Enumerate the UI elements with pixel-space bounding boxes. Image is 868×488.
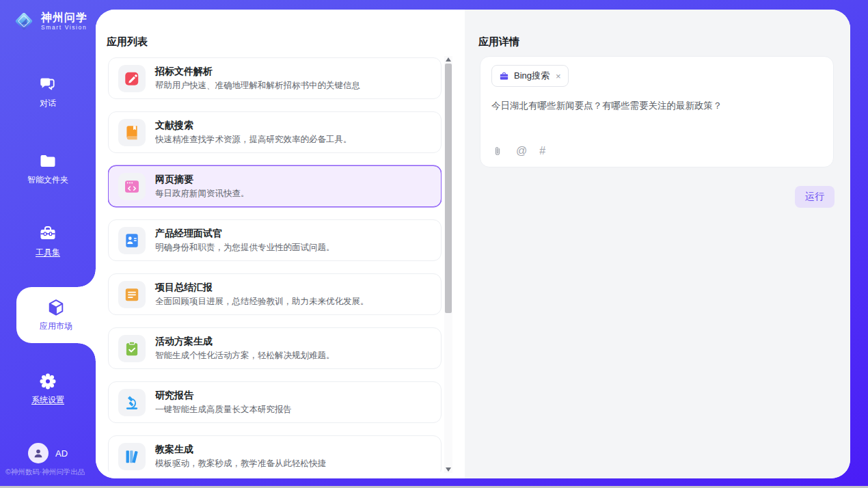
microscope-icon [123,394,141,411]
prompt-toolbar: @ # [491,145,545,157]
app-icon-tile [118,227,146,254]
app-card-desc: 快速精准查找学术资源，提高研究效率的必备工具。 [155,134,352,146]
cube-icon [46,298,66,317]
sidebar-nav: 对话 智能文件夹 工具集 应用市场 系统设置 [0,0,96,488]
at-icon[interactable]: @ [516,146,527,157]
scroll-down-arrow[interactable] [446,467,451,472]
person-icon [31,446,45,460]
app-card[interactable]: 教案生成 模板驱动，教案秒成，教学准备从此轻松快捷 [108,435,442,472]
clipboard-check-icon [123,340,141,357]
app-list-title: 应用列表 [107,36,148,49]
tool-chip-bing-search[interactable]: Bing搜索 × [491,65,569,87]
main-content: 应用列表 招标文件解析 帮助用户快速、准确地理解和解析招标书中的关键信息 文献搜… [96,10,850,478]
app-window: { "brand": { "name": "神州问学", "tagline": … [0,0,868,488]
app-icon-tile [118,281,146,308]
app-detail-title: 应用详情 [478,36,519,49]
app-card-title: 产品经理面试官 [155,228,335,240]
sidebar-item-toolset[interactable]: 工具集 [0,224,96,258]
app-card-desc: 帮助用户快速、准确地理解和解析招标书中的关键信息 [155,80,360,92]
sidebar-item-settings[interactable]: 系统设置 [0,372,96,406]
edit-doc-icon [123,70,141,87]
sidebar-item-app-market[interactable]: 应用市场 [16,287,96,343]
gear-icon [38,372,57,391]
browser-code-icon [123,178,141,195]
app-card[interactable]: 招标文件解析 帮助用户快速、准确地理解和解析招标书中的关键信息 [108,57,442,99]
run-button[interactable]: 运行 [795,186,835,208]
hash-icon[interactable]: # [539,146,545,157]
chip-close-icon[interactable]: × [556,71,561,81]
scrollbar-thumb[interactable] [445,64,452,313]
sidebar-item-smart-folders[interactable]: 智能文件夹 [0,152,96,186]
list-scrollbar[interactable] [444,56,452,473]
app-icon-tile [118,389,146,416]
paperclip-icon[interactable] [491,145,504,157]
scroll-up-arrow[interactable] [446,57,451,62]
copyright-footer: ©神州数码·神州问学出品 [5,467,96,477]
user-row[interactable]: AD [0,443,96,463]
report-note-icon [123,286,141,303]
tool-chip-label: Bing搜索 [514,70,550,82]
app-card[interactable]: 项目总结汇报 全面回顾项目进展，总结经验教训，助力未来优化发展。 [108,273,442,315]
books-icon [123,448,141,465]
briefcase-icon [499,71,509,81]
chat-icon [38,75,57,94]
sidebar: 神州问学 Smart Vision 对话 智能文件夹 工具集 应用市场 系统设置… [0,0,96,488]
app-card-title: 文献搜索 [155,120,352,132]
app-card-desc: 明确身份和职责，为您提供专业性的面试问题。 [155,242,335,254]
app-card-title: 研究报告 [155,390,292,402]
app-card-title: 网页摘要 [155,174,249,186]
app-card-title: 招标文件解析 [155,66,360,78]
app-card-desc: 智能生成个性化活动方案，轻松解决规划难题。 [155,350,335,362]
app-icon-tile [118,173,146,200]
app-card[interactable]: 文献搜索 快速精准查找学术资源，提高研究效率的必备工具。 [108,111,442,153]
interview-icon [123,232,141,249]
app-card-desc: 全面回顾项目进展，总结经验教训，助力未来优化发展。 [155,296,369,308]
sidebar-item-chat[interactable]: 对话 [0,75,96,109]
folder-icon [38,152,57,171]
avatar[interactable] [28,443,49,463]
toolbox-icon [38,224,57,243]
app-card[interactable]: 研究报告 一键智能生成高质量长文本研究报告 [108,381,442,423]
prompt-card: Bing搜索 × 今日湖北有哪些新闻要点？有哪些需要关注的最新政策？ @ # [480,56,834,167]
prompt-text[interactable]: 今日湖北有哪些新闻要点？有哪些需要关注的最新政策？ [491,99,822,113]
app-icon-tile [118,119,146,146]
app-icon-tile [118,443,146,470]
app-card-title: 项目总结汇报 [155,282,369,294]
book-icon [123,124,141,141]
app-card-list: 招标文件解析 帮助用户快速、准确地理解和解析招标书中的关键信息 文献搜索 快速精… [108,57,442,472]
app-card[interactable]: 活动方案生成 智能生成个性化活动方案，轻松解决规划难题。 [108,327,442,369]
app-card-desc: 一键智能生成高质量长文本研究报告 [155,404,292,416]
app-list-panel: 应用列表 招标文件解析 帮助用户快速、准确地理解和解析招标书中的关键信息 文献搜… [96,10,465,478]
app-card-title: 活动方案生成 [155,336,335,348]
app-card-desc: 每日政府新闻资讯快查。 [155,188,249,200]
app-card-desc: 模板驱动，教案秒成，教学准备从此轻松快捷 [155,458,326,470]
app-card[interactable]: 产品经理面试官 明确身份和职责，为您提供专业性的面试问题。 [108,219,442,261]
app-card-title: 教案生成 [155,444,326,456]
app-detail-panel: 应用详情 Bing搜索 × 今日湖北有哪些新闻要点？有哪些需要关注的最新政策？ … [465,10,850,478]
app-icon-tile [118,335,146,362]
app-card[interactable]: 网页摘要 每日政府新闻资讯快查。 [108,165,442,207]
app-icon-tile [118,65,146,92]
user-initials: AD [55,448,68,459]
